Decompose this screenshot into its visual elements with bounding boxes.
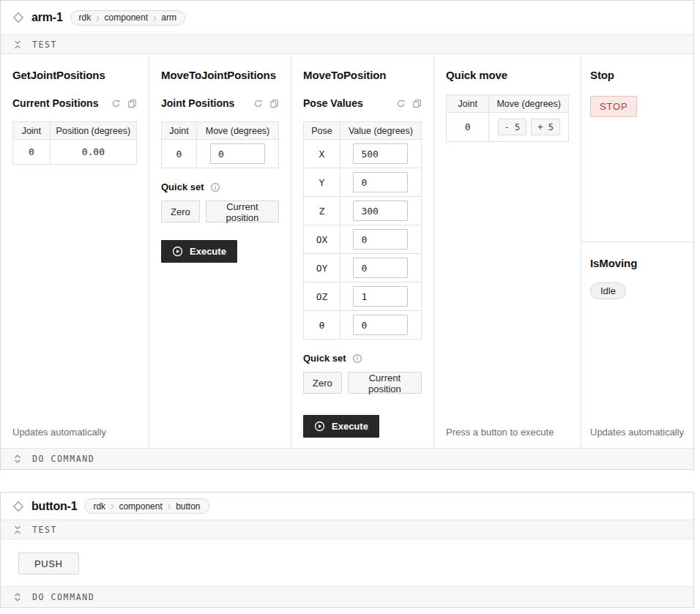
pose-label: OX	[304, 225, 340, 254]
current-position-button[interactable]: Current position	[348, 372, 422, 394]
table-row: Z	[304, 197, 422, 225]
column-title: MoveToPosition	[303, 69, 422, 82]
move-minus-5-button[interactable]: - 5	[498, 119, 527, 135]
button-panel: button-1 rdk › component › button TEST P…	[0, 492, 694, 608]
component-diamond-icon	[12, 12, 24, 23]
joint-move-input[interactable]	[210, 143, 265, 164]
breadcrumb: rdk › component › button	[84, 498, 209, 514]
table-subtitle: Pose Values	[303, 97, 363, 109]
press-button-note: Press a button to execute	[446, 427, 569, 438]
arm-panel: arm-1 rdk › component › arm TEST GetJoin…	[0, 0, 694, 470]
pose-label: Z	[304, 197, 340, 225]
test-section-toggle[interactable]: TEST	[1, 520, 693, 539]
table-row: θ	[304, 311, 422, 340]
do-command-section-toggle[interactable]: DO COMMAND	[1, 586, 693, 607]
table-row: X	[304, 140, 422, 168]
test-section-label: TEST	[32, 40, 57, 50]
table-header-joint: Joint	[162, 122, 197, 140]
column-title: MoveToJointPositions	[161, 69, 279, 82]
table-header-move: Move (degrees)	[489, 95, 569, 113]
pose-label: Y	[304, 168, 340, 197]
pose-label: θ	[304, 311, 340, 340]
zero-button[interactable]: Zero	[161, 201, 200, 222]
zero-button[interactable]: Zero	[303, 372, 342, 394]
pose-label: OZ	[304, 282, 340, 311]
breadcrumb-item: rdk	[79, 13, 92, 22]
get-joint-positions-column: GetJointPositions Current Positions	[1, 54, 149, 448]
auto-update-note: Updates automatically	[590, 427, 685, 438]
table-row: 0	[162, 140, 279, 168]
pose-oy-input[interactable]	[353, 258, 408, 278]
table-header-joint: Joint	[13, 122, 51, 140]
button-test-content: PUSH	[1, 539, 693, 586]
pose-z-input[interactable]	[353, 201, 408, 221]
quick-move-column: Quick move Joint Move (degrees) 0 - 5 + …	[434, 54, 581, 448]
chevron-right-icon: ›	[153, 10, 156, 23]
table-header-position: Position (degrees)	[50, 122, 136, 140]
pose-x-input[interactable]	[353, 143, 408, 164]
column-title: Stop	[590, 69, 685, 82]
chevron-right-icon: ›	[96, 10, 99, 23]
component-diamond-icon	[12, 501, 24, 512]
table-row: 0 - 5 + 5	[447, 113, 569, 142]
do-command-section-toggle[interactable]: DO COMMAND	[1, 448, 693, 469]
move-to-joint-positions-column: MoveToJointPositions Joint Positions	[149, 54, 291, 448]
table-row: 0 0.00	[13, 140, 137, 165]
execute-label: Execute	[332, 421, 368, 432]
panel-title: button-1	[31, 500, 77, 513]
table-header-pose: Pose	[304, 122, 340, 140]
table-row: Y	[304, 168, 422, 197]
joint-position-value: 0.00	[50, 140, 136, 165]
stop-button[interactable]: STOP	[590, 96, 637, 117]
breadcrumb-item: arm	[161, 13, 176, 22]
refresh-icon[interactable]	[253, 99, 263, 108]
execute-button[interactable]: Execute	[161, 240, 237, 263]
do-command-label: DO COMMAND	[32, 592, 94, 602]
joint-index: 0	[162, 140, 197, 168]
status-badge: Idle	[590, 282, 626, 299]
pose-label: X	[304, 140, 340, 168]
joint-index: 0	[447, 113, 489, 142]
current-position-button[interactable]: Current position	[206, 201, 279, 222]
play-circle-icon	[314, 421, 325, 432]
expand-vertical-icon	[13, 454, 22, 463]
push-button[interactable]: PUSH	[18, 553, 79, 574]
copy-icon[interactable]	[127, 99, 137, 108]
joint-index: 0	[13, 140, 51, 165]
quick-set-label: Quick set	[161, 181, 204, 192]
do-command-label: DO COMMAND	[32, 454, 94, 464]
quick-set-label: Quick set	[303, 353, 346, 364]
copy-icon[interactable]	[269, 99, 279, 108]
test-section-label: TEST	[32, 525, 57, 535]
refresh-icon[interactable]	[111, 99, 121, 108]
info-icon[interactable]	[210, 182, 220, 192]
collapse-vertical-icon	[13, 525, 22, 534]
table-subtitle: Joint Positions	[161, 97, 234, 109]
table-header-move: Move (degrees)	[197, 122, 279, 140]
breadcrumb-item: button	[176, 502, 200, 511]
joint-positions-table: Joint Move (degrees) 0	[161, 121, 279, 168]
column-title: GetJointPositions	[12, 69, 137, 82]
table-row: OY	[304, 254, 422, 282]
move-plus-5-button[interactable]: + 5	[531, 119, 560, 135]
test-section-toggle[interactable]: TEST	[1, 34, 693, 54]
pose-values-table: Pose Value (degrees) X Y Z	[303, 121, 422, 340]
breadcrumb-item: component	[119, 502, 162, 511]
breadcrumb-item: rdk	[93, 502, 105, 511]
pose-y-input[interactable]	[353, 172, 408, 192]
panel-title: arm-1	[31, 11, 63, 24]
move-to-position-column: MoveToPosition Pose Values	[291, 54, 434, 448]
table-header-value: Value (degrees)	[340, 122, 421, 140]
is-moving-section: IsMoving Idle Updates automatically	[581, 242, 693, 448]
info-icon[interactable]	[352, 353, 362, 364]
pose-theta-input[interactable]	[353, 315, 408, 335]
expand-vertical-icon	[13, 593, 22, 602]
play-circle-icon	[172, 246, 183, 257]
pose-oz-input[interactable]	[353, 286, 408, 307]
refresh-icon[interactable]	[396, 99, 406, 108]
execute-button[interactable]: Execute	[303, 415, 379, 438]
chevron-right-icon: ›	[111, 498, 113, 512]
copy-icon[interactable]	[412, 99, 422, 108]
pose-ox-input[interactable]	[353, 229, 408, 250]
arm-panel-header: arm-1 rdk › component › arm	[1, 1, 693, 34]
